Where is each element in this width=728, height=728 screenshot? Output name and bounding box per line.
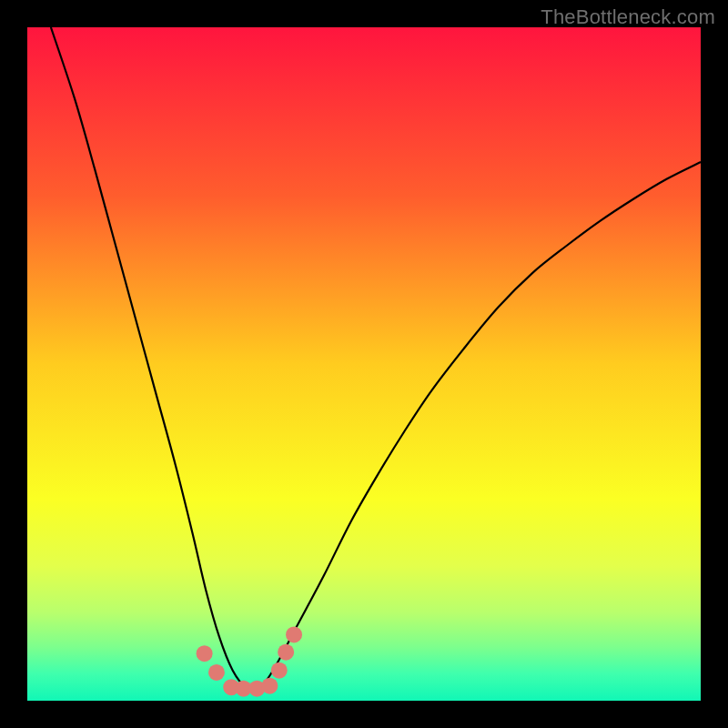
chart-svg	[27, 27, 701, 701]
marker-dot	[208, 664, 225, 681]
marker-dot	[286, 626, 302, 642]
plot-area	[27, 27, 701, 701]
marker-dot	[278, 644, 294, 661]
watermark-text: TheBottleneck.com	[541, 5, 715, 29]
marker-dot	[261, 678, 278, 694]
marker-dot	[197, 645, 213, 662]
chart-frame: TheBottleneck.com	[0, 0, 728, 728]
chart-background	[27, 27, 701, 701]
marker-dot	[271, 662, 288, 679]
